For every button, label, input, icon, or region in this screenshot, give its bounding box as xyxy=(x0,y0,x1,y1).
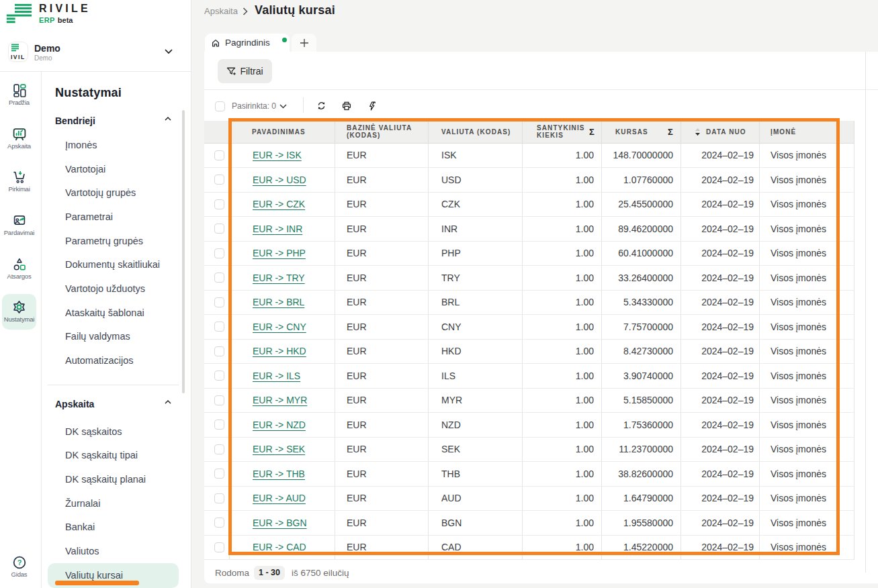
svg-text:IVIL: IVIL xyxy=(11,54,26,60)
svg-text:?: ? xyxy=(17,558,21,567)
